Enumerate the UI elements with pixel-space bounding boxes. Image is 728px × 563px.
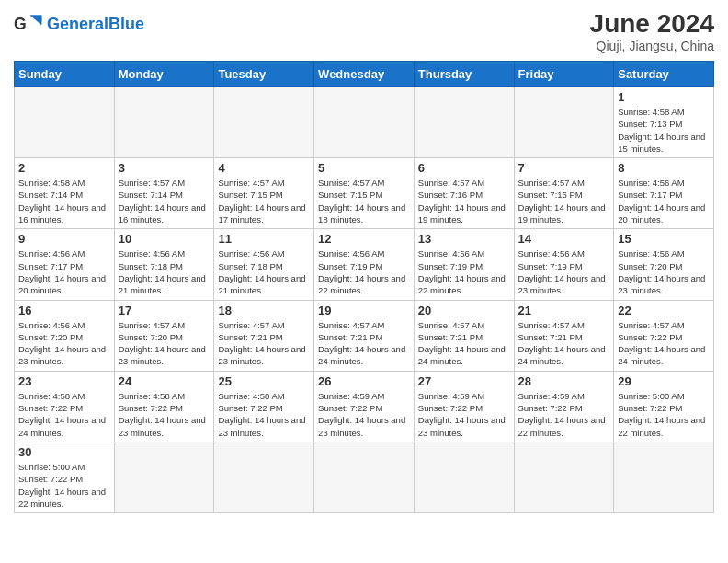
day-number: 13 bbox=[418, 232, 510, 246]
day-info: Sunrise: 4:57 AM Sunset: 7:15 PM Dayligh… bbox=[218, 177, 310, 225]
calendar-cell: 5Sunrise: 4:57 AM Sunset: 7:15 PM Daylig… bbox=[314, 158, 415, 229]
day-info: Sunrise: 4:57 AM Sunset: 7:21 PM Dayligh… bbox=[518, 319, 610, 368]
day-number: 8 bbox=[618, 161, 710, 175]
calendar-week-row: 23Sunrise: 4:58 AM Sunset: 7:22 PM Dayli… bbox=[15, 371, 714, 442]
calendar-cell: 2Sunrise: 4:58 AM Sunset: 7:14 PM Daylig… bbox=[15, 158, 115, 229]
calendar-cell: 23Sunrise: 4:58 AM Sunset: 7:22 PM Dayli… bbox=[15, 371, 115, 442]
calendar-cell: 25Sunrise: 4:58 AM Sunset: 7:22 PM Dayli… bbox=[214, 371, 314, 442]
day-number: 16 bbox=[18, 304, 110, 317]
calendar-cell: 14Sunrise: 4:56 AM Sunset: 7:19 PM Dayli… bbox=[514, 229, 614, 300]
calendar-cell: 11Sunrise: 4:56 AM Sunset: 7:18 PM Dayli… bbox=[214, 229, 314, 300]
calendar-cell: 12Sunrise: 4:56 AM Sunset: 7:19 PM Dayli… bbox=[314, 229, 415, 300]
day-info: Sunrise: 4:57 AM Sunset: 7:20 PM Dayligh… bbox=[119, 319, 210, 368]
day-number: 4 bbox=[218, 161, 310, 175]
day-number: 22 bbox=[618, 304, 710, 317]
day-info: Sunrise: 4:56 AM Sunset: 7:17 PM Dayligh… bbox=[618, 177, 710, 225]
calendar-week-row: 16Sunrise: 4:56 AM Sunset: 7:20 PM Dayli… bbox=[15, 300, 714, 371]
day-info: Sunrise: 4:58 AM Sunset: 7:22 PM Dayligh… bbox=[218, 390, 310, 439]
day-info: Sunrise: 4:56 AM Sunset: 7:19 PM Dayligh… bbox=[318, 247, 410, 296]
calendar-cell: 3Sunrise: 4:57 AM Sunset: 7:14 PM Daylig… bbox=[114, 158, 214, 229]
day-number: 18 bbox=[218, 304, 310, 317]
day-number: 1 bbox=[618, 90, 710, 104]
calendar-cell bbox=[15, 87, 115, 158]
logo-icon: G bbox=[14, 9, 43, 39]
calendar-cell bbox=[114, 442, 214, 512]
title-block: June 2024 Qiuji, Jiangsu, China bbox=[590, 9, 714, 53]
day-header-monday: Monday bbox=[114, 62, 214, 87]
calendar-cell: 21Sunrise: 4:57 AM Sunset: 7:21 PM Dayli… bbox=[514, 300, 614, 371]
day-number: 2 bbox=[18, 161, 110, 175]
day-info: Sunrise: 4:56 AM Sunset: 7:17 PM Dayligh… bbox=[18, 247, 110, 296]
day-number: 7 bbox=[518, 161, 610, 175]
day-number: 25 bbox=[218, 374, 310, 388]
page: G GeneralBlue June 2024 Qiuji, Jiangsu, … bbox=[0, 0, 728, 523]
day-header-tuesday: Tuesday bbox=[214, 62, 314, 87]
day-number: 28 bbox=[518, 374, 610, 388]
calendar-cell: 29Sunrise: 5:00 AM Sunset: 7:22 PM Dayli… bbox=[614, 371, 714, 442]
calendar-cell: 16Sunrise: 4:56 AM Sunset: 7:20 PM Dayli… bbox=[15, 300, 115, 371]
day-info: Sunrise: 4:56 AM Sunset: 7:20 PM Dayligh… bbox=[618, 247, 710, 296]
calendar-cell: 6Sunrise: 4:57 AM Sunset: 7:16 PM Daylig… bbox=[414, 158, 514, 229]
day-info: Sunrise: 4:57 AM Sunset: 7:15 PM Dayligh… bbox=[318, 177, 410, 225]
calendar-cell: 17Sunrise: 4:57 AM Sunset: 7:20 PM Dayli… bbox=[114, 300, 214, 371]
calendar-cell: 4Sunrise: 4:57 AM Sunset: 7:15 PM Daylig… bbox=[214, 158, 314, 229]
calendar-cell: 22Sunrise: 4:57 AM Sunset: 7:22 PM Dayli… bbox=[614, 300, 714, 371]
day-number: 26 bbox=[318, 374, 410, 388]
day-number: 30 bbox=[18, 445, 110, 459]
day-info: Sunrise: 4:56 AM Sunset: 7:19 PM Dayligh… bbox=[518, 247, 610, 296]
day-number: 12 bbox=[318, 232, 410, 246]
calendar-week-row: 9Sunrise: 4:56 AM Sunset: 7:17 PM Daylig… bbox=[15, 229, 714, 300]
calendar-cell bbox=[314, 87, 415, 158]
calendar-cell bbox=[414, 87, 514, 158]
calendar-cell bbox=[514, 442, 614, 512]
day-number: 24 bbox=[119, 374, 210, 388]
day-number: 3 bbox=[119, 161, 210, 175]
calendar: SundayMondayTuesdayWednesdayThursdayFrid… bbox=[14, 61, 714, 513]
day-number: 27 bbox=[418, 374, 510, 388]
day-info: Sunrise: 4:58 AM Sunset: 7:22 PM Dayligh… bbox=[18, 390, 110, 439]
calendar-cell bbox=[414, 442, 514, 512]
calendar-cell: 1Sunrise: 4:58 AM Sunset: 7:13 PM Daylig… bbox=[614, 87, 714, 158]
calendar-cell: 10Sunrise: 4:56 AM Sunset: 7:18 PM Dayli… bbox=[114, 229, 214, 300]
day-number: 5 bbox=[318, 161, 410, 175]
day-info: Sunrise: 4:57 AM Sunset: 7:21 PM Dayligh… bbox=[218, 319, 310, 368]
day-info: Sunrise: 4:56 AM Sunset: 7:20 PM Dayligh… bbox=[18, 319, 110, 368]
day-info: Sunrise: 4:58 AM Sunset: 7:13 PM Dayligh… bbox=[618, 106, 710, 155]
svg-marker-2 bbox=[30, 15, 42, 22]
day-number: 11 bbox=[218, 232, 310, 246]
month-title: June 2024 bbox=[590, 9, 714, 39]
day-number: 23 bbox=[18, 374, 110, 388]
calendar-week-row: 2Sunrise: 4:58 AM Sunset: 7:14 PM Daylig… bbox=[15, 158, 714, 229]
day-info: Sunrise: 4:57 AM Sunset: 7:22 PM Dayligh… bbox=[618, 319, 710, 368]
calendar-cell bbox=[514, 87, 614, 158]
calendar-cell: 27Sunrise: 4:59 AM Sunset: 7:22 PM Dayli… bbox=[414, 371, 514, 442]
calendar-header-row: SundayMondayTuesdayWednesdayThursdayFrid… bbox=[15, 62, 714, 87]
day-info: Sunrise: 5:00 AM Sunset: 7:22 PM Dayligh… bbox=[618, 390, 710, 439]
calendar-cell bbox=[614, 442, 714, 512]
day-header-saturday: Saturday bbox=[614, 62, 714, 87]
calendar-cell: 9Sunrise: 4:56 AM Sunset: 7:17 PM Daylig… bbox=[15, 229, 115, 300]
day-number: 20 bbox=[418, 304, 510, 317]
calendar-cell bbox=[214, 442, 314, 512]
day-info: Sunrise: 4:57 AM Sunset: 7:16 PM Dayligh… bbox=[518, 177, 610, 225]
day-info: Sunrise: 4:59 AM Sunset: 7:22 PM Dayligh… bbox=[318, 390, 410, 439]
logo-general: General bbox=[47, 15, 108, 33]
day-number: 14 bbox=[518, 232, 610, 246]
day-number: 29 bbox=[618, 374, 710, 388]
day-number: 10 bbox=[119, 232, 210, 246]
day-info: Sunrise: 4:58 AM Sunset: 7:22 PM Dayligh… bbox=[119, 390, 210, 439]
logo-text: GeneralBlue bbox=[47, 15, 144, 34]
calendar-week-row: 1Sunrise: 4:58 AM Sunset: 7:13 PM Daylig… bbox=[15, 87, 714, 158]
calendar-cell bbox=[314, 442, 415, 512]
day-number: 9 bbox=[18, 232, 110, 246]
calendar-cell: 28Sunrise: 4:59 AM Sunset: 7:22 PM Dayli… bbox=[514, 371, 614, 442]
day-header-friday: Friday bbox=[514, 62, 614, 87]
calendar-cell bbox=[214, 87, 314, 158]
calendar-cell: 7Sunrise: 4:57 AM Sunset: 7:16 PM Daylig… bbox=[514, 158, 614, 229]
day-number: 6 bbox=[418, 161, 510, 175]
day-number: 15 bbox=[618, 232, 710, 246]
header: G GeneralBlue June 2024 Qiuji, Jiangsu, … bbox=[14, 9, 714, 53]
location-subtitle: Qiuji, Jiangsu, China bbox=[590, 39, 714, 53]
day-number: 17 bbox=[119, 304, 210, 317]
day-info: Sunrise: 4:58 AM Sunset: 7:14 PM Dayligh… bbox=[18, 177, 110, 225]
